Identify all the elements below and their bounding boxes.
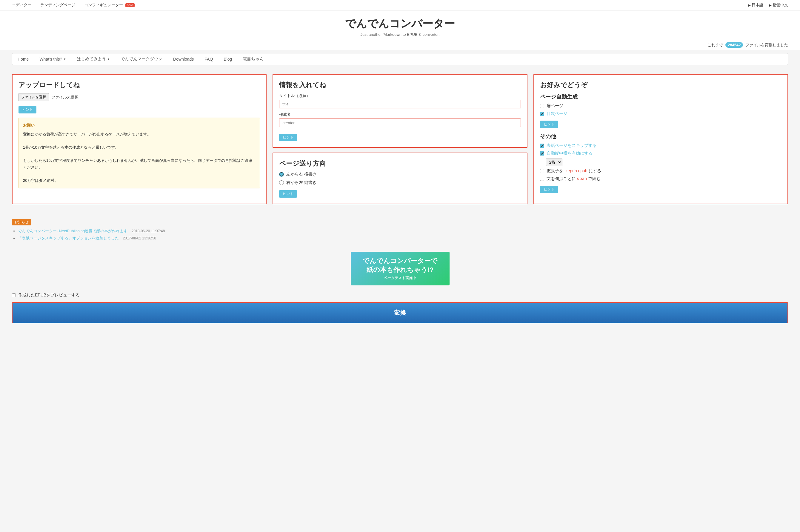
direction-ltr-radio[interactable] [279,172,284,177]
warning-box: お願い 変換にかかる負荷が高すぎてサーバーが停止するケースが増えています。 1冊… [19,118,260,188]
language-switcher: 日本語 繁體中文 [748,2,788,8]
nav-home[interactable]: Home [12,54,34,64]
convert-section: 変換 [0,302,800,332]
file-no-file-label: ファイル未選択 [51,95,78,100]
banner-line2: 紙の本も作れちゃう!? [363,265,438,274]
preview-label[interactable]: 作成したEPUBをプレビューする [18,292,80,298]
author-field-label: 作成者 [279,112,520,117]
upload-title: アップロードしてね [19,81,260,90]
tate-chu-yoko-checkbox[interactable] [540,151,544,155]
kepub-check[interactable]: 拡張子を .kepub.epub にする [540,168,781,174]
news-link-1[interactable]: 「表紙ページをスキップする」オプションを追加しました [18,236,119,240]
toc-page-checkbox[interactable] [540,112,544,116]
autogen-hint-button[interactable]: ヒント [540,120,558,128]
main-navigation: Home What's this? はじめてみよう でんでんマークダウン Dow… [12,53,788,65]
site-title: でんでんコンバーター [0,16,800,31]
options-hint-button[interactable]: ヒント [540,186,558,193]
news-badge: お知らせ [12,219,31,225]
other-heading: その他 [540,133,781,140]
nav-blog[interactable]: Blog [218,54,237,64]
toc-page-check[interactable]: 目次ページ [540,111,781,116]
site-subtitle: Just another 'Markdown to EPUB 3' conver… [0,32,800,37]
tate-chu-yoko-label: 自動縦中横を有効にする [547,151,593,156]
direction-ltr[interactable]: 左から右 横書き [279,172,520,177]
num-select[interactable]: 2桁 3桁 [546,158,563,166]
warning-line-1: 変換にかかる負荷が高すぎてサーバーが停止するケースが増えています。 [23,131,255,138]
skip-cover-label: 表紙ページをスキップする [547,143,597,148]
span-label: 文を句点ごとに span で囲む [547,176,601,182]
banner-sub: ベータテスト実施中 [363,276,438,281]
nav-whats-this[interactable]: What's this? [34,54,71,64]
skip-cover-check[interactable]: 表紙ページをスキップする [540,143,781,148]
counter-prefix: これまで [707,43,723,47]
warning-line-3: もしかしたら15万文字程度までワンチャンあるかもしれませんが、試して画面が真っ白… [23,157,255,170]
direction-panel: ページ送り方向 左から右 横書き 右から左 縦書き ヒント [272,153,527,204]
banner-line1: でんでんコンバーターで [363,256,438,265]
lang-japanese[interactable]: 日本語 [748,2,763,8]
three-col-layout: アップロードしてね ファイルを選択 ファイル未選択 ヒント お願い 変換にかかる… [12,74,788,204]
cover-page-check[interactable]: 扉ページ [540,103,781,109]
news-item-1: 「表紙ページをスキップする」オプションを追加しました 2017-08-02 13… [18,235,788,241]
news-list: でんでんコンバーター+NextPublishing連携で紙の本が作れます 201… [12,228,788,241]
nav-editor[interactable]: エディター [12,2,31,8]
kepub-label: 拡張子を .kepub.epub にする [547,168,601,174]
tate-chu-yoko-check[interactable]: 自動縦中横を有効にする [540,151,781,156]
warning-line-4: 20万字はダメ絶対。 [23,177,255,184]
lang-chinese[interactable]: 繁體中文 [769,2,788,8]
options-panel: お好みでどうぞ ページ自動生成 扉ページ 目次ページ ヒント その他 表紙ページ… [533,74,788,204]
info-hint-button[interactable]: ヒント [279,134,297,141]
direction-rtl-radio[interactable] [279,180,284,185]
news-link-0[interactable]: でんでんコンバーター+NextPublishing連携で紙の本が作れます [18,229,128,233]
nav-getting-started[interactable]: はじめてみよう [71,54,115,65]
cover-page-label: 扉ページ [547,103,563,109]
direction-hint-button[interactable]: ヒント [279,190,297,198]
news-item-0: でんでんコンバーター+NextPublishing連携で紙の本が作れます 201… [18,228,788,234]
nav-landing[interactable]: ランディングページ [40,2,75,8]
span-link: span [577,176,587,181]
author-input[interactable] [279,118,520,127]
counter-bar: これまで 284542 ファイルを変換しました [0,40,800,50]
options-title: お好みでどうぞ [540,81,781,90]
file-input-row: ファイルを選択 ファイル未選択 [19,93,260,101]
auto-gen-heading: ページ自動生成 [540,93,781,100]
warning-line-2: 1冊が10万文字を越える本の作成となると厳しいです。 [23,144,255,151]
span-checkbox[interactable] [540,177,544,181]
news-date-0: 2018-06-20 11:37:48 [132,229,165,233]
kepub-link: .kepub.epub [565,168,588,173]
nav-densho[interactable]: 電書ちゃん [237,54,269,65]
banner-box[interactable]: でんでんコンバーターで 紙の本も作れちゃう!? ベータテスト実施中 [351,252,450,285]
direction-rtl[interactable]: 右から左 縦書き [279,180,520,185]
banner-section: でんでんコンバーターで 紙の本も作れちゃう!? ベータテスト実施中 [12,252,788,285]
nav-markdown[interactable]: でんでんマークダウン [115,54,168,65]
counter-value: 284542 [725,42,743,48]
upload-panel: アップロードしてね ファイルを選択 ファイル未選択 ヒント お願い 変換にかかる… [12,74,267,204]
title-field-label: タイトル（必須） [279,93,520,98]
nav-config[interactable]: コンフィギュレーター new! [84,2,135,8]
news-section: お知らせ でんでんコンバーター+NextPublishing連携で紙の本が作れま… [12,216,788,246]
toc-page-label: 目次ページ [547,111,568,116]
preview-checkbox[interactable] [12,293,16,297]
center-column: 情報を入れてね タイトル（必須） 作成者 ヒント ページ送り方向 左から右 横書… [272,74,527,204]
info-title: 情報を入れてね [279,81,520,90]
warning-title: お願い [23,122,255,129]
cover-page-checkbox[interactable] [540,104,544,108]
direction-radio-group: 左から右 横書き 右から左 縦書き [279,172,520,185]
file-select-button[interactable]: ファイルを選択 [19,93,49,101]
direction-rtl-label: 右から左 縦書き [286,180,317,185]
counter-suffix: ファイルを変換しました [745,43,788,47]
upload-hint-button[interactable]: ヒント [19,106,36,113]
nav-faq[interactable]: FAQ [199,54,218,64]
skip-cover-checkbox[interactable] [540,144,544,148]
convert-button[interactable]: 変換 [12,302,788,323]
site-header: でんでんコンバーター Just another 'Markdown to EPU… [0,11,800,40]
direction-title: ページ送り方向 [279,159,520,168]
kepub-checkbox[interactable] [540,169,544,173]
direction-ltr-label: 左から右 横書き [286,172,317,177]
new-badge: new! [126,3,135,7]
title-input[interactable] [279,100,520,108]
top-navigation: エディター ランディングページ コンフィギュレーター new! 日本語 繁體中文 [0,0,800,11]
info-panel: 情報を入れてね タイトル（必須） 作成者 ヒント [272,74,527,148]
nav-downloads[interactable]: Downloads [168,54,199,64]
span-check[interactable]: 文を句点ごとに span で囲む [540,176,781,182]
news-date-1: 2017-08-02 13:36:58 [123,236,156,240]
